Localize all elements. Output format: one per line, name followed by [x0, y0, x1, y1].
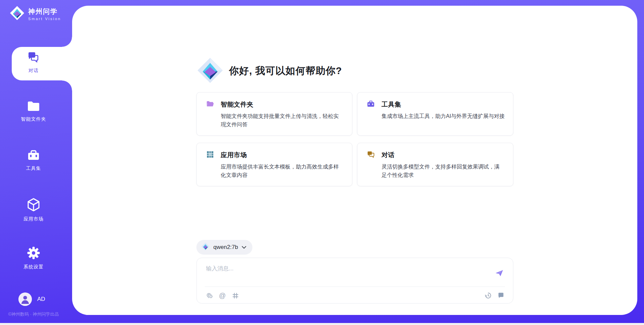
user-name: AD — [37, 296, 45, 303]
sidebar-item-app-market[interactable]: 应用市场 — [0, 198, 67, 222]
card-title: 应用市场 — [221, 151, 247, 159]
card-app-market[interactable]: 应用市场 应用市场提供丰富长文本模板，助力高效生成多样化文章内容 — [196, 143, 353, 186]
hash-icon[interactable] — [231, 291, 239, 300]
model-name: qwen2:7b — [213, 244, 238, 251]
grid-icon — [206, 150, 214, 160]
person-icon — [18, 292, 32, 306]
card-title: 工具集 — [382, 100, 401, 109]
cube-icon — [27, 207, 40, 213]
card-toolset[interactable]: 工具集 集成市场上主流工具，助力AI与外界无缝扩展与对接 — [357, 92, 514, 136]
feature-cards: 智能文件夹 智能文件夹功能支持批量文件上传与清洗，轻松实现文件问答 工具集 — [196, 92, 513, 186]
sidebar-item-settings[interactable]: 系统设置 — [0, 246, 67, 270]
brand-name: 神州问学 — [28, 7, 61, 16]
card-description: 应用市场提供丰富长文本模板，助力高效生成多样化文章内容 — [221, 163, 344, 180]
sidebar-item-smart-folder[interactable]: 智能文件夹 — [0, 101, 67, 122]
message-composer: @ — [196, 258, 513, 304]
message-input[interactable] — [206, 265, 488, 284]
avatar — [18, 292, 32, 306]
sidebar-item-label: 系统设置 — [0, 264, 67, 270]
chat-icon — [367, 150, 375, 160]
copyright-text: ©神州数码 · 神州问学出品 — [0, 311, 67, 317]
toolbox-icon — [27, 156, 40, 162]
at-icon[interactable]: @ — [218, 291, 226, 300]
model-selector[interactable]: qwen2:7b — [196, 240, 253, 255]
composer-divider — [205, 286, 505, 287]
folder-icon — [206, 100, 214, 109]
card-description: 智能文件夹功能支持批量文件上传与清洗，轻松实现文件问答 — [221, 112, 344, 129]
send-icon[interactable] — [494, 268, 504, 278]
diamond-logo-icon — [9, 5, 25, 22]
greeting-title: 你好, 我可以如何帮助你? — [229, 64, 342, 78]
card-smart-folder[interactable]: 智能文件夹 智能文件夹功能支持批量文件上传与清洗，轻松实现文件问答 — [196, 92, 353, 136]
sidebar: 神州问学 Smart Vision 对话 智能文件夹 — [0, 0, 72, 325]
main-content-panel: 你好, 我可以如何帮助你? 智能文件夹 智能文件夹功能支持批量文件上传与清洗，轻… — [72, 6, 637, 315]
user-profile[interactable]: AD — [18, 292, 45, 306]
brand-subtitle: Smart Vision — [28, 17, 61, 21]
history-icon[interactable] — [484, 291, 492, 300]
card-description: 集成市场上主流工具，助力AI与外界无缝扩展与对接 — [382, 112, 505, 121]
sidebar-item-label: 对话 — [0, 68, 67, 74]
sidebar-item-label: 工具集 — [0, 166, 67, 172]
chat-icon — [27, 58, 40, 64]
greeting-row: 你好, 我可以如何帮助你? — [196, 57, 342, 85]
diamond-logo-icon — [201, 242, 210, 252]
paperclip-icon[interactable] — [205, 291, 213, 300]
sidebar-item-toolset[interactable]: 工具集 — [0, 149, 67, 172]
sidebar-item-label: 应用市场 — [0, 216, 67, 222]
sidebar-item-chat[interactable]: 对话 — [0, 51, 67, 74]
card-description: 灵活切换多模型文件，支持多样回复效果调试，满足个性化需求 — [382, 163, 505, 180]
diamond-logo-icon — [196, 57, 224, 85]
card-title: 对话 — [382, 151, 395, 159]
folder-icon — [27, 107, 40, 113]
horizontal-scrollbar[interactable] — [0, 323, 644, 325]
brand: 神州问学 Smart Vision — [9, 5, 61, 22]
gear-icon — [27, 255, 40, 261]
chevron-down-icon — [242, 244, 247, 250]
chat-history-icon[interactable] — [497, 291, 505, 300]
sidebar-item-label: 智能文件夹 — [0, 116, 67, 122]
card-title: 智能文件夹 — [221, 100, 254, 109]
toolbox-icon — [367, 100, 375, 109]
card-chat[interactable]: 对话 灵活切换多模型文件，支持多样回复效果调试，满足个性化需求 — [357, 143, 514, 186]
